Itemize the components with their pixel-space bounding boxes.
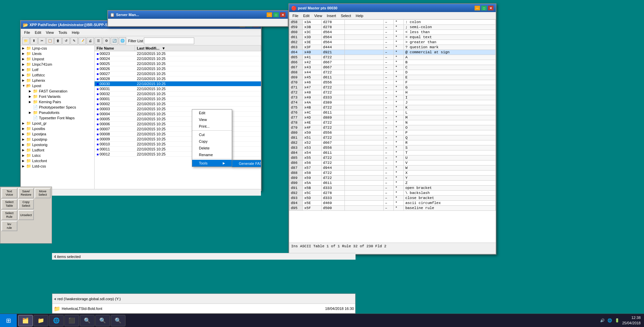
file-row[interactable]: ■ 00007 22/10/2015 10:25 bbox=[95, 127, 261, 132]
ctx-tools[interactable]: Tools Generate FAST bbox=[192, 160, 232, 167]
tb-btn-7[interactable]: ✎ bbox=[70, 37, 78, 45]
tree-item-lotf[interactable]: ▶ 📁 Lotf bbox=[21, 67, 94, 72]
tb-btn-2[interactable]: ⬆ bbox=[30, 37, 38, 45]
file-row[interactable]: ■ 00012 22/10/2015 10:25 bbox=[95, 152, 261, 157]
file-row[interactable]: ■ 00010 22/10/2015 10:25 bbox=[95, 142, 261, 147]
ctx-view[interactable]: View bbox=[192, 116, 232, 123]
master-table-row[interactable]: d87 x57 d944 – * W bbox=[289, 166, 496, 171]
file-row[interactable]: ■ 00028 22/10/2015 10:25 bbox=[95, 76, 261, 81]
tree-item-kerning[interactable]: ▶ 📁 Kerning Pairs bbox=[21, 99, 94, 105]
master-table-row[interactable]: d59 x3B d278 – * ; semi-colon bbox=[289, 25, 496, 30]
btn-select-rule[interactable]: SelectRule bbox=[1, 210, 17, 220]
tree-item-llnpost[interactable]: ▶ 📁 Llnpost bbox=[21, 56, 94, 62]
master-table-row[interactable]: d80 x50 d556 – * P bbox=[289, 130, 496, 135]
taskbar-item-folder[interactable]: 📁 bbox=[34, 315, 48, 326]
tree-item-fast-gen[interactable]: ▶ 📁 FAST Generation bbox=[21, 88, 94, 94]
taskbar-item-search3[interactable]: 🔍 bbox=[111, 315, 125, 326]
tree-item-lstd-css[interactable]: ▶ 📁 Lstd-css bbox=[21, 164, 94, 169]
file-row[interactable]: ■ 00006 22/10/2015 10:25 bbox=[95, 122, 261, 127]
tb-btn-1[interactable]: 📁 bbox=[22, 37, 30, 45]
ctx-print[interactable]: Print... bbox=[192, 123, 232, 130]
master-table-row[interactable]: d77 x4D d889 – * M bbox=[289, 115, 496, 120]
master-table-row[interactable]: d61 x3D d564 – * = equal text bbox=[289, 35, 496, 40]
tree-item-type-font-maps[interactable]: 📄 Typesetter Font Maps bbox=[21, 115, 94, 121]
tree-item-llnpc741sm[interactable]: ▶ 📁 Llnpc741sm bbox=[21, 62, 94, 67]
master-table-row[interactable]: d95 x5F d500 – * baseline rule bbox=[289, 206, 496, 211]
master-table-row[interactable]: d71 x47 d722 – * G bbox=[289, 85, 496, 90]
master-table-row[interactable]: d90 x5A d611 – * Z bbox=[289, 181, 496, 186]
master-table-row[interactable]: d68 x44 d722 – * D bbox=[289, 70, 496, 75]
taskbar-item-chrome[interactable]: 🌐 bbox=[49, 315, 64, 326]
master-table-row[interactable]: d66 x42 d667 – * B bbox=[289, 60, 496, 65]
file-row[interactable]: ■ 00004 22/10/2015 10:25 bbox=[95, 112, 261, 117]
master-close[interactable]: ✕ bbox=[488, 5, 494, 11]
ctx-generate-fast[interactable]: Generate FAST bbox=[232, 160, 261, 167]
master-table-row[interactable]: d93 x5D d333 – * close bracket bbox=[289, 196, 496, 201]
ctx-copy[interactable]: Copy bbox=[192, 138, 232, 145]
master-table-row[interactable]: d67 x43 d667 – * C bbox=[289, 65, 496, 70]
master-menu-file[interactable]: File bbox=[290, 13, 301, 18]
file-row[interactable]: ■ 00009 22/10/2015 10:25 bbox=[95, 137, 261, 142]
file-row[interactable]: ■ 00026 22/10/2015 10:25 bbox=[95, 66, 261, 71]
btn-text-voice[interactable]: TextVoice bbox=[1, 188, 17, 198]
tree-item-lphenix[interactable]: ▶ 📁 Lphenix bbox=[21, 78, 94, 83]
master-table-row[interactable]: d74 x4A d389 – * J bbox=[289, 100, 496, 105]
taskbar-item-explorer[interactable]: 🗂️ bbox=[18, 315, 33, 326]
tree-item-pseudo[interactable]: ▶ 📁 Pseudofonts bbox=[21, 110, 94, 115]
master-table-row[interactable]: d82 x52 d667 – * R bbox=[289, 140, 496, 145]
master-table-row[interactable]: d83 x53 d556 – * S bbox=[289, 145, 496, 150]
tree-panel[interactable]: ▶ 📁 Ljmp-css ▶ 📁 Llexis ▶ 📁 Llnpost ▶ 📁 … bbox=[21, 46, 95, 189]
server-manager-close[interactable]: ✕ bbox=[280, 12, 286, 17]
btn-copy-select[interactable]: CopySelect bbox=[18, 199, 34, 209]
file-row[interactable]: ■ 00003 22/10/2015 10:25 bbox=[95, 107, 261, 112]
tree-item-lstccfont[interactable]: ▶ 📁 Lstccfont bbox=[21, 158, 94, 164]
start-button[interactable]: ⊞ bbox=[0, 314, 17, 327]
file-row-selected[interactable]: ■ 00030 22/10/2015 10:25 bbox=[95, 81, 261, 86]
file-row[interactable]: ■ 00011 22/10/2015 10:25 bbox=[95, 147, 261, 152]
master-table-row[interactable]: d79 x4F d722 – * O bbox=[289, 125, 496, 130]
master-table-row[interactable]: d58 x3A d278 – * : colon bbox=[289, 20, 496, 25]
master-table-row[interactable]: d91 x5B d333 – * open bracket bbox=[289, 186, 496, 191]
tree-item-lstcc[interactable]: ▶ 📁 Lstcc bbox=[21, 153, 94, 158]
master-data-area[interactable]: d58 x3A d278 – * : colon d59 x3B d278 – … bbox=[289, 19, 496, 243]
master-table-row[interactable]: d60 x3C d564 – * < less than bbox=[289, 30, 496, 35]
ctx-delete[interactable]: Delete bbox=[192, 145, 232, 151]
master-table-row[interactable]: d89 x59 d722 – * Y bbox=[289, 176, 496, 181]
tb-btn-3[interactable]: ✂ bbox=[38, 37, 46, 45]
master-table-row[interactable]: d92 x5C d278 – * \ backslash bbox=[289, 191, 496, 196]
master-maximize[interactable]: □ bbox=[481, 5, 487, 11]
btn-lev-rule[interactable]: levrule bbox=[1, 221, 17, 231]
tree-item-lpostjea[interactable]: ▶ 📁 Lpostjea bbox=[21, 131, 94, 137]
file-row[interactable]: ■ 00023 22/10/2015 10:25 bbox=[95, 51, 261, 56]
tb-btn-5[interactable]: 🗑 bbox=[54, 37, 62, 45]
master-table-row[interactable]: d70 x46 d556 – * F bbox=[289, 80, 496, 85]
file-row[interactable]: ■ 00031 22/10/2015 10:25 bbox=[95, 86, 261, 91]
master-menu-help[interactable]: Help bbox=[354, 13, 365, 18]
menu-help[interactable]: Help bbox=[70, 30, 82, 35]
master-table-row[interactable]: d86 x56 d722 – * V bbox=[289, 160, 496, 166]
tb-btn-11[interactable]: ⚙ bbox=[103, 37, 110, 45]
tree-item-lpostorig[interactable]: ▶ 📁 Lpostorig bbox=[21, 142, 94, 147]
file-row[interactable]: ■ 00002 22/10/2015 10:25 bbox=[95, 102, 261, 107]
file-row[interactable]: ■ 00001 22/10/2015 10:25 bbox=[95, 96, 261, 102]
tb-btn-9[interactable]: 🖨 bbox=[87, 37, 94, 45]
menu-tools[interactable]: Tools bbox=[56, 30, 69, 35]
master-table-row[interactable]: d65 x41 d722 – * A bbox=[289, 55, 496, 60]
filter-input[interactable] bbox=[144, 38, 194, 44]
tree-item-font-variants[interactable]: ▶ 📁 Font Variants bbox=[21, 94, 94, 99]
master-table-row[interactable]: d69 x45 d611 – * E bbox=[289, 75, 496, 80]
file-row[interactable]: ■ 00032 22/10/2015 10:25 bbox=[95, 91, 261, 96]
server-manager-minimize[interactable]: ─ bbox=[266, 12, 272, 17]
file-row[interactable]: ■ 00005 22/10/2015 10:25 bbox=[95, 117, 261, 122]
tb-btn-10[interactable]: ☰ bbox=[95, 37, 102, 45]
ctx-cut[interactable]: Cut bbox=[192, 131, 232, 138]
tree-item-lsdfont[interactable]: ▶ 📁 Lsdfont bbox=[21, 147, 94, 153]
master-table-row[interactable]: d75 x4B d722 – * K bbox=[289, 105, 496, 110]
file-row[interactable]: ■ 00027 22/10/2015 10:25 bbox=[95, 71, 261, 76]
taskbar-item-search1[interactable]: 🔍 bbox=[80, 315, 95, 326]
tb-btn-8[interactable]: 📝 bbox=[78, 37, 86, 45]
tree-item-lotfstcc[interactable]: ▶ 📁 Lotfstcc bbox=[21, 72, 94, 78]
col-filename[interactable]: File Name bbox=[95, 46, 135, 51]
file-row[interactable]: ■ 00025 22/10/2015 10:25 bbox=[95, 61, 261, 66]
master-table-row[interactable]: d72 x48 d722 – * H bbox=[289, 90, 496, 95]
